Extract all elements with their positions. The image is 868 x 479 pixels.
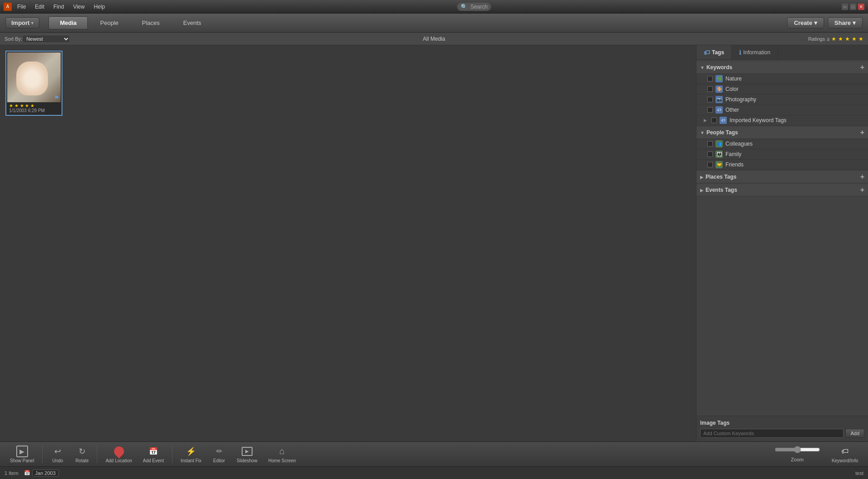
tag-item-nature[interactable]: 🌿 Nature xyxy=(696,74,868,84)
zoom-slider[interactable] xyxy=(775,446,820,453)
menu-file[interactable]: File xyxy=(15,3,28,11)
tab-people[interactable]: People xyxy=(89,16,129,29)
keywords-add-button[interactable]: + xyxy=(860,63,864,71)
home-screen-button[interactable]: Home Screen xyxy=(264,444,300,465)
search-icon: 🔍 xyxy=(461,4,467,10)
editor-icon xyxy=(216,447,222,455)
places-tags-section: ▶ Places Tags + xyxy=(696,171,868,183)
menu-help[interactable]: Help xyxy=(92,3,107,11)
keywords-section-header[interactable]: ▼ Keywords + xyxy=(696,62,868,74)
ratings-bar: Ratings ≥ ★ ★ ★ ★ ★ xyxy=(808,36,863,42)
close-button[interactable]: ✕ xyxy=(858,4,864,10)
title-search-bar[interactable]: 🔍 Search xyxy=(457,3,491,11)
show-panel-button[interactable]: Show Panel xyxy=(5,444,38,465)
baby-photo-image xyxy=(7,52,61,102)
media-panel[interactable]: ⚑ ★ ★ ★ ★ ★ 1/1/2003 6:29 PM xyxy=(0,45,696,441)
tags-icon: 🏷 xyxy=(704,49,710,56)
image-tags-input-row: Add xyxy=(700,429,864,438)
add-event-icon xyxy=(149,447,158,455)
add-location-button[interactable]: Add Location xyxy=(101,444,136,465)
tag-item-imported[interactable]: ▶ 🏷 Imported Keyword Tags xyxy=(696,115,868,126)
imported-checkbox[interactable] xyxy=(711,118,717,123)
all-media-label: All Media xyxy=(423,36,445,42)
people-tags-header[interactable]: ▼ People Tags + xyxy=(696,127,868,139)
share-button[interactable]: Share ▾ xyxy=(828,17,863,28)
image-tags-input[interactable] xyxy=(700,429,844,438)
star-4[interactable]: ★ xyxy=(852,36,857,42)
photography-checkbox[interactable] xyxy=(707,97,713,102)
editor-label: Editor xyxy=(213,458,225,463)
image-tags-add-button[interactable]: Add xyxy=(845,429,864,438)
tab-tags[interactable]: 🏷 Tags xyxy=(696,45,732,59)
places-add-button[interactable]: + xyxy=(860,173,864,181)
menu-view[interactable]: View xyxy=(71,3,86,11)
slideshow-button[interactable]: Slideshow xyxy=(232,444,262,465)
bottom-toolbar: Show Panel Undo Rotate Add Location Add … xyxy=(0,441,868,466)
menu-edit[interactable]: Edit xyxy=(33,3,46,11)
media-item[interactable]: ⚑ ★ ★ ★ ★ ★ 1/1/2003 6:29 PM xyxy=(5,51,62,116)
menu-find[interactable]: Find xyxy=(52,3,66,11)
people-add-button[interactable]: + xyxy=(860,128,864,137)
star-3[interactable]: ★ xyxy=(845,36,850,42)
imported-label: Imported Keyword Tags xyxy=(730,117,787,123)
tag-item-color[interactable]: 🎨 Color xyxy=(696,84,868,95)
tab-information[interactable]: ℹ Information xyxy=(732,45,778,59)
keyword-info-button[interactable]: Keyword/Info xyxy=(827,444,863,465)
right-panel: 🏷 Tags ℹ Information ▼ Keywords + xyxy=(696,45,868,441)
events-toggle-icon: ▶ xyxy=(700,188,704,193)
nav-tabs: Media People Places Events xyxy=(48,16,212,29)
tag-item-other[interactable]: 🏷 Other xyxy=(696,105,868,115)
zoom-label: Zoom xyxy=(791,457,804,462)
tab-places[interactable]: Places xyxy=(131,16,171,29)
rotate-button[interactable]: Rotate xyxy=(71,444,93,465)
rotate-label: Rotate xyxy=(76,458,89,463)
info-tab-label: Information xyxy=(743,49,770,56)
nature-label: Nature xyxy=(725,76,742,82)
events-add-button[interactable]: + xyxy=(860,186,864,194)
friends-tag-icon: 🤝 xyxy=(715,161,723,168)
color-label: Color xyxy=(725,86,739,92)
import-button[interactable]: Import ▾ xyxy=(5,17,39,28)
color-tag-icon: 🎨 xyxy=(715,85,723,93)
friends-checkbox[interactable] xyxy=(707,162,713,167)
toolbar-separator-1 xyxy=(42,445,43,463)
colleagues-tag-icon: 👥 xyxy=(715,140,723,147)
tag-item-photography[interactable]: 📷 Photography xyxy=(696,95,868,105)
colleagues-checkbox[interactable] xyxy=(707,141,713,147)
tab-media[interactable]: Media xyxy=(48,16,88,29)
show-panel-icon xyxy=(16,446,28,457)
toolbar-separator-2 xyxy=(97,445,97,463)
events-tags-header[interactable]: ▶ Events Tags + xyxy=(696,184,868,196)
tag-item-family[interactable]: 👨‍👩‍👧 Family xyxy=(696,149,868,160)
maximize-button[interactable]: □ xyxy=(850,4,856,10)
places-tags-header[interactable]: ▶ Places Tags + xyxy=(696,171,868,183)
tag-item-colleagues[interactable]: 👥 Colleagues xyxy=(696,139,868,149)
family-checkbox[interactable] xyxy=(707,152,713,157)
create-button[interactable]: Create ▾ xyxy=(787,17,824,28)
show-panel-label: Show Panel xyxy=(10,458,34,463)
editor-button[interactable]: Editor xyxy=(208,444,230,465)
media-thumbnail: ⚑ xyxy=(7,52,61,102)
family-label: Family xyxy=(725,151,741,157)
home-screen-icon xyxy=(279,446,285,456)
other-checkbox[interactable] xyxy=(707,107,713,113)
date-range: 📅 Jan 2003 xyxy=(24,470,59,477)
nature-checkbox[interactable] xyxy=(707,76,713,81)
events-tags-title: Events Tags xyxy=(706,187,737,193)
tab-events[interactable]: Events xyxy=(172,16,213,29)
color-checkbox[interactable] xyxy=(707,86,713,92)
media-flag-icon: ⚑ xyxy=(54,94,60,101)
star-5[interactable]: ★ xyxy=(858,36,863,42)
sort-select[interactable]: Newest Oldest Import Batch Folder Locati… xyxy=(22,35,70,43)
main-area: ⚑ ★ ★ ★ ★ ★ 1/1/2003 6:29 PM 🏷 Tags ℹ In… xyxy=(0,45,868,441)
add-event-button[interactable]: Add Event xyxy=(138,444,168,465)
tag-item-friends[interactable]: 🤝 Friends xyxy=(696,160,868,170)
date-badge[interactable]: Jan 2003 xyxy=(32,470,59,477)
minimize-button[interactable]: ─ xyxy=(842,4,848,10)
star-1[interactable]: ★ xyxy=(831,36,836,42)
create-arrow: ▾ xyxy=(814,19,817,26)
instant-fix-button[interactable]: Instant Fix xyxy=(176,444,206,465)
imported-expand-icon: ▶ xyxy=(704,118,707,123)
undo-button[interactable]: Undo xyxy=(46,444,69,465)
star-2[interactable]: ★ xyxy=(838,36,843,42)
